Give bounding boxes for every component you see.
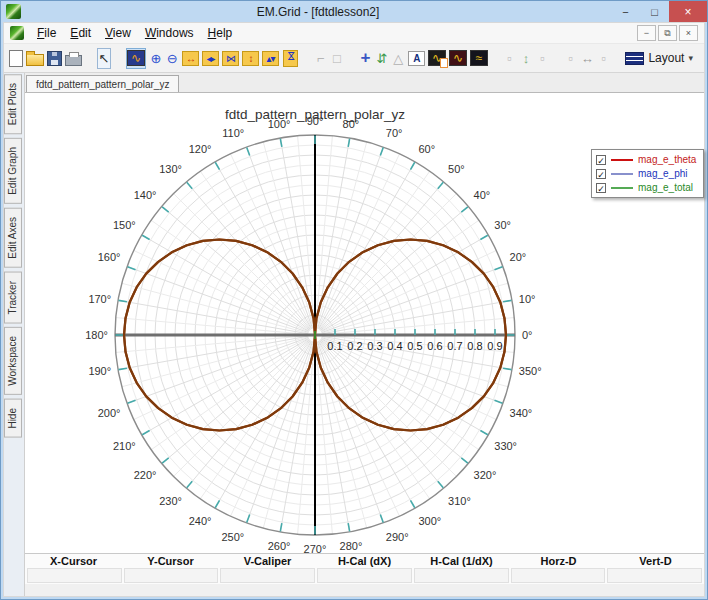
legend-checkbox-mag_e_phi[interactable]: ✓: [596, 169, 606, 179]
polar-plot-canvas[interactable]: 0.10.20.30.40.50.60.70.80.90°10°20°30°40…: [25, 93, 704, 553]
triangle-tool-button: △: [392, 48, 405, 69]
mirror-x-button-icon: ⋈: [222, 51, 239, 66]
save-button[interactable]: [47, 48, 62, 69]
print-button[interactable]: [65, 48, 82, 69]
angular-tick-label: 40°: [474, 189, 491, 201]
window-title: EM.Grid - [fdtdlesson2]: [25, 5, 611, 19]
angular-tick-label: 260°: [268, 540, 291, 552]
zoom-fit-button[interactable]: ∿: [126, 48, 146, 69]
main-area: fdtd_pattern_pattern_polar_yz 0.10.20.30…: [24, 73, 704, 596]
radial-tick-label: 0.1: [327, 340, 342, 352]
angular-tick-label: 220°: [134, 469, 157, 481]
legend-checkbox-mag_e_total[interactable]: ✓: [596, 183, 606, 193]
angular-tick-label: 230°: [159, 495, 182, 507]
corner-tool-button: ⌐: [314, 48, 327, 69]
angular-tick-label: 340°: [510, 407, 533, 419]
angular-tick-label: 190°: [88, 365, 111, 377]
crosshair-tool-button[interactable]: +: [359, 48, 372, 69]
toolbar: ↖∿⊕⊖↔◂▸⋈↕▴▾⋈⌐□+⇵△A∿∿≈▫↕▫▫↔▫Layout▾: [4, 43, 704, 73]
zoom-out-button[interactable]: ⊖: [166, 48, 179, 69]
angular-tick-label: 210°: [113, 440, 136, 452]
box-tool-button: □: [330, 48, 343, 69]
crosshair-tool-button-icon: +: [360, 48, 370, 68]
mirror-y-button-icon: ⋈: [283, 50, 298, 67]
menu-help[interactable]: Help: [201, 24, 240, 42]
angular-tick-label: 200°: [98, 407, 121, 419]
zoom-in-button[interactable]: ⊕: [149, 48, 162, 69]
sidebar-tab-edit-axes[interactable]: Edit Axes: [4, 208, 22, 268]
radial-tick-label: 0.4: [387, 340, 402, 352]
expand-y-button[interactable]: ↕: [242, 48, 259, 69]
close-button[interactable]: ×: [669, 1, 707, 22]
radial-tick-label: 0.6: [427, 340, 442, 352]
legend-row: ✓mag_e_theta: [596, 153, 696, 166]
plot-red-button[interactable]: ∿: [449, 48, 467, 69]
menu-view[interactable]: View: [98, 24, 138, 42]
shrink-x-button[interactable]: ◂▸: [202, 48, 219, 69]
plot-style-button[interactable]: ∿: [428, 48, 446, 69]
angular-tick-label: 60°: [419, 143, 436, 155]
legend-row: ✓mag_e_phi: [596, 167, 696, 180]
angular-tick-label: 170°: [88, 293, 111, 305]
shrink-y-button[interactable]: ▴▾: [262, 48, 279, 69]
shrink-y-button-icon: ▴▾: [262, 51, 279, 66]
angular-tick-label: 150°: [113, 219, 136, 231]
open-file-button[interactable]: [26, 48, 44, 69]
sidebar-tab-hide[interactable]: Hide: [4, 399, 22, 438]
angular-tick-label: 290°: [386, 531, 409, 543]
angular-tick-label: 140°: [134, 189, 157, 201]
legend-row: ✓mag_e_total: [596, 181, 696, 194]
layout-button[interactable]: Layout▾: [619, 49, 699, 67]
floppy-icon: [47, 51, 62, 66]
mdi-minimize-button[interactable]: −: [637, 25, 656, 41]
angular-tick-label: 110°: [222, 127, 244, 139]
radial-tick-label: 0.9: [487, 340, 502, 352]
distribute-v-button: ↕: [519, 48, 532, 69]
text-tool-button[interactable]: A: [408, 48, 425, 69]
mdi-close-button[interactable]: ×: [679, 25, 698, 41]
document-tab[interactable]: fdtd_pattern_pattern_polar_yz: [26, 75, 179, 92]
radial-tick-label: 0.3: [367, 340, 382, 352]
menu-file[interactable]: File: [30, 24, 63, 42]
sidebar-tab-edit-plots[interactable]: Edit Plots: [4, 74, 22, 134]
legend-label: mag_e_phi: [638, 168, 687, 179]
dist-v-left-box: ▫: [503, 48, 516, 69]
status-field-horz-d: [511, 568, 606, 583]
dist-v-right-box: ▫: [536, 48, 549, 69]
expand-x-button[interactable]: ↔: [182, 48, 199, 69]
mdi-restore-button[interactable]: ⧉: [658, 25, 677, 41]
sidebar-tab-workspace[interactable]: Workspace: [4, 327, 22, 395]
axes-tool-button[interactable]: ⇵: [375, 48, 388, 69]
status-field-v-caliper: [220, 568, 315, 583]
maximize-button[interactable]: □: [640, 1, 669, 22]
sidebar-tab-tracker[interactable]: Tracker: [4, 272, 22, 324]
new-file-button[interactable]: [9, 48, 23, 69]
angular-tick-label: 50°: [448, 163, 465, 175]
folder-icon: [26, 54, 44, 66]
app-window: EM.Grid - [fdtdlesson2] − □ × File Edit …: [0, 0, 708, 600]
dist-h-right-box: ▫: [597, 48, 610, 69]
waveform-icon: ≈: [470, 50, 488, 66]
mirror-x-button[interactable]: ⋈: [222, 48, 239, 69]
minimize-button[interactable]: −: [611, 1, 640, 22]
mirror-y-button[interactable]: ⋈: [282, 48, 299, 69]
radial-tick-label: 0.2: [347, 340, 362, 352]
status-field-x-cursor: [27, 568, 122, 583]
document-tab-bar: fdtd_pattern_pattern_polar_yz: [25, 73, 704, 93]
app-frame: File Edit View Windows Help − ⧉ × ↖∿⊕⊖↔◂…: [3, 22, 705, 597]
radial-tick-label: 0.8: [467, 340, 482, 352]
zoom-in-button-icon: ⊕: [150, 51, 161, 66]
legend-checkbox-mag_e_theta[interactable]: ✓: [596, 155, 606, 165]
angular-tick-label: 70°: [386, 127, 403, 139]
pointer-tool-button[interactable]: ↖: [97, 48, 111, 69]
plot-dark-button[interactable]: ≈: [470, 48, 488, 69]
angular-tick-label: 310°: [448, 495, 471, 507]
angular-tick-label: 270°: [304, 543, 327, 555]
menu-windows[interactable]: Windows: [138, 24, 201, 42]
distribute-h-button: ↔: [581, 48, 594, 69]
menu-edit[interactable]: Edit: [63, 24, 98, 42]
angular-tick-label: 330°: [494, 440, 517, 452]
status-field-vert-d: [607, 568, 702, 583]
sidebar-tab-edit-graph[interactable]: Edit Graph: [4, 138, 22, 204]
legend-label: mag_e_theta: [638, 154, 696, 165]
